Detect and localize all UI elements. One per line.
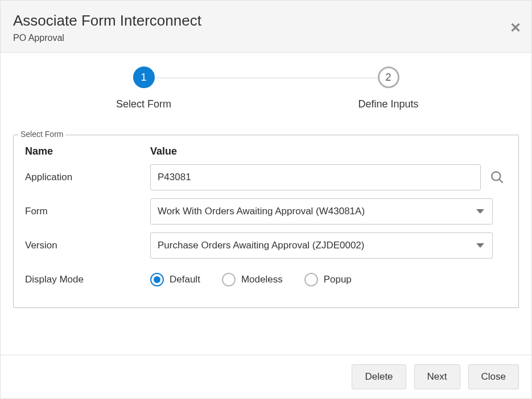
row-form: Form Work With Orders Awaiting Approval … [25, 198, 507, 225]
radio-default-label: Default [170, 274, 200, 285]
svg-point-0 [492, 172, 500, 180]
next-button-label: Next [427, 371, 447, 383]
radio-modeless-circle [222, 273, 236, 286]
close-icon[interactable]: ✕ [510, 21, 521, 35]
display-mode-radio-group: Default Modeless Popup [150, 273, 352, 286]
radio-popup[interactable]: Popup [304, 273, 352, 286]
row-version: Version Purchase Orders Awaiting Approva… [25, 232, 507, 259]
step-1-number: 1 [141, 72, 146, 84]
delete-button-label: Delete [365, 371, 393, 383]
version-select[interactable]: Purchase Orders Awaiting Approval (ZJDE0… [150, 232, 493, 259]
search-icon[interactable] [488, 168, 507, 187]
svg-line-1 [500, 180, 503, 183]
row-display-mode: Display Mode Default Modeless [25, 267, 507, 293]
step-1-label: Select Form [116, 98, 171, 110]
step-define-inputs[interactable]: 2 Define Inputs [320, 66, 457, 110]
label-display-mode: Display Mode [25, 274, 150, 285]
step-select-form[interactable]: 1 Select Form [76, 66, 212, 110]
radio-default[interactable]: Default [150, 273, 200, 286]
form-select-value: Work With Orders Awaiting Approval (W430… [158, 206, 365, 217]
step-2-number: 2 [385, 72, 391, 84]
close-button-label: Close [481, 371, 506, 383]
dialog-header: Associate Form Interconnect PO Approval … [1, 1, 531, 53]
radio-modeless[interactable]: Modeless [222, 273, 283, 286]
application-input[interactable] [150, 164, 481, 190]
delete-button[interactable]: Delete [352, 364, 406, 389]
dialog-content: 1 Select Form 2 Define Inputs Select For… [1, 53, 531, 355]
step-1-circle: 1 [133, 66, 155, 88]
value-version: Purchase Orders Awaiting Approval (ZJDE0… [150, 232, 507, 259]
radio-popup-label: Popup [324, 274, 352, 285]
chevron-down-icon [476, 209, 484, 214]
fieldset-legend: Select Form [18, 130, 65, 139]
column-header-value: Value [150, 146, 507, 157]
label-version: Version [25, 240, 150, 251]
next-button[interactable]: Next [414, 364, 460, 389]
dialog-title: Associate Form Interconnect [13, 12, 519, 30]
value-form: Work With Orders Awaiting Approval (W430… [150, 198, 507, 225]
select-form-fieldset: Select Form Name Value Application [13, 135, 519, 308]
close-button[interactable]: Close [468, 364, 519, 389]
radio-modeless-label: Modeless [241, 274, 283, 285]
label-form: Form [25, 206, 150, 217]
dialog: Associate Form Interconnect PO Approval … [0, 0, 532, 399]
form-select[interactable]: Work With Orders Awaiting Approval (W430… [150, 198, 493, 225]
step-2-label: Define Inputs [358, 98, 418, 110]
version-select-value: Purchase Orders Awaiting Approval (ZJDE0… [158, 240, 364, 251]
step-2-circle: 2 [378, 66, 399, 88]
radio-default-circle [150, 273, 164, 286]
column-header-name: Name [25, 146, 150, 157]
label-application: Application [25, 172, 150, 183]
radio-popup-circle [304, 273, 318, 286]
value-display-mode: Default Modeless Popup [150, 273, 507, 286]
chevron-down-icon [476, 243, 484, 248]
form-header-row: Name Value [25, 146, 507, 157]
radio-dot [154, 276, 160, 283]
dialog-subtitle: PO Approval [13, 33, 519, 43]
dialog-footer: Delete Next Close [1, 355, 531, 398]
row-application: Application [25, 164, 507, 190]
value-application [150, 164, 507, 190]
wizard-stepper: 1 Select Form 2 Define Inputs [13, 66, 519, 118]
